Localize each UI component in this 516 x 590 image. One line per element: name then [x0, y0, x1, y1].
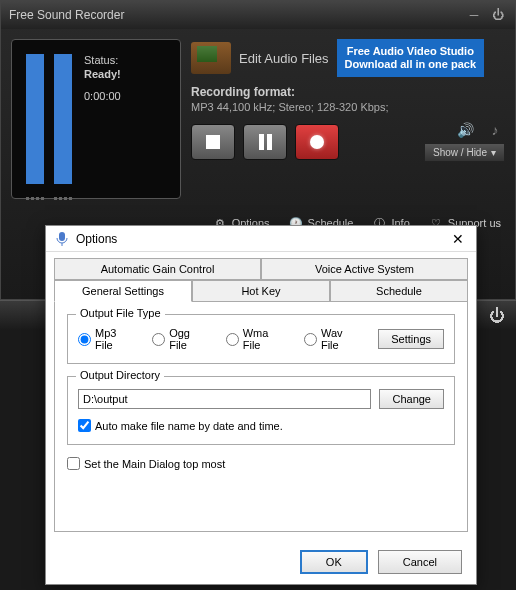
show-hide-label: Show / Hide [433, 147, 487, 158]
options-dialog: Options ✕ Automatic Gain Control Voice A… [45, 225, 477, 585]
app-title: Free Sound Recorder [9, 8, 459, 22]
radio-ogg-input[interactable] [152, 333, 165, 346]
speaker-icon[interactable]: 🔊 [455, 121, 475, 139]
radio-wav[interactable]: Wav File [304, 327, 360, 351]
radio-mp3[interactable]: Mp3 File [78, 327, 134, 351]
tab-auto-gain[interactable]: Automatic Gain Control [54, 258, 261, 280]
edit-audio-icon[interactable] [191, 42, 231, 74]
tab-voice-active[interactable]: Voice Active System [261, 258, 468, 280]
output-dir-input[interactable] [78, 389, 371, 409]
promo-line1: Free Audio Video Studio [345, 45, 476, 58]
output-dir-legend: Output Directory [76, 369, 164, 381]
music-icon[interactable]: ♪ [485, 121, 505, 139]
cancel-button[interactable]: Cancel [378, 550, 462, 574]
tab-panel-general: Output File Type Mp3 File Ogg File Wma F… [54, 301, 468, 532]
titlebar: Free Sound Recorder ─ ⏻ [1, 1, 515, 29]
top-most-checkbox[interactable] [67, 457, 80, 470]
promo-banner[interactable]: Free Audio Video Studio Download all in … [337, 39, 484, 77]
output-dir-group: Output Directory Change Auto make file n… [67, 376, 455, 445]
meter-right [54, 54, 72, 184]
power-button[interactable]: ⏻ [489, 6, 507, 24]
edit-audio-link[interactable]: Edit Audio Files [239, 51, 329, 66]
status-label: Status: [84, 54, 121, 66]
radio-mp3-input[interactable] [78, 333, 91, 346]
dialog-title: Options [76, 232, 117, 246]
svg-rect-0 [59, 232, 65, 241]
settings-button[interactable]: Settings [378, 329, 444, 349]
record-button[interactable] [295, 124, 339, 160]
minimize-button[interactable]: ─ [465, 6, 483, 24]
show-hide-button[interactable]: Show / Hide ▾ [424, 143, 505, 162]
status-panel: Status: Ready! 0:00:00 [11, 39, 181, 199]
pause-button[interactable] [243, 124, 287, 160]
tab-hotkey[interactable]: Hot Key [192, 280, 330, 302]
tab-schedule[interactable]: Schedule [330, 280, 468, 302]
radio-wav-input[interactable] [304, 333, 317, 346]
timer: 0:00:00 [84, 90, 121, 102]
radio-ogg[interactable]: Ogg File [152, 327, 208, 351]
radio-wma[interactable]: Wma File [226, 327, 286, 351]
radio-wma-input[interactable] [226, 333, 239, 346]
chevron-down-icon: ▾ [491, 147, 496, 158]
ok-button[interactable]: OK [300, 550, 368, 574]
status-value: Ready! [84, 68, 121, 80]
top-most-label: Set the Main Dialog top most [84, 458, 225, 470]
auto-name-checkbox[interactable] [78, 419, 91, 432]
promo-line2: Download all in one pack [345, 58, 476, 71]
level-meters [20, 48, 78, 190]
output-type-legend: Output File Type [76, 307, 165, 319]
tab-general[interactable]: General Settings [54, 280, 192, 302]
dialog-header: Options ✕ [46, 226, 476, 252]
close-button[interactable]: ✕ [448, 231, 468, 247]
auto-name-label: Auto make file name by date and time. [95, 420, 283, 432]
meter-left [26, 54, 44, 184]
stop-button[interactable] [191, 124, 235, 160]
format-detail: MP3 44,100 kHz; Stereo; 128-320 Kbps; [191, 101, 505, 113]
output-type-group: Output File Type Mp3 File Ogg File Wma F… [67, 314, 455, 364]
microphone-icon [54, 231, 70, 247]
power-button-lower[interactable]: ⏻ [488, 307, 506, 325]
format-label: Recording format: [191, 85, 505, 99]
change-button[interactable]: Change [379, 389, 444, 409]
